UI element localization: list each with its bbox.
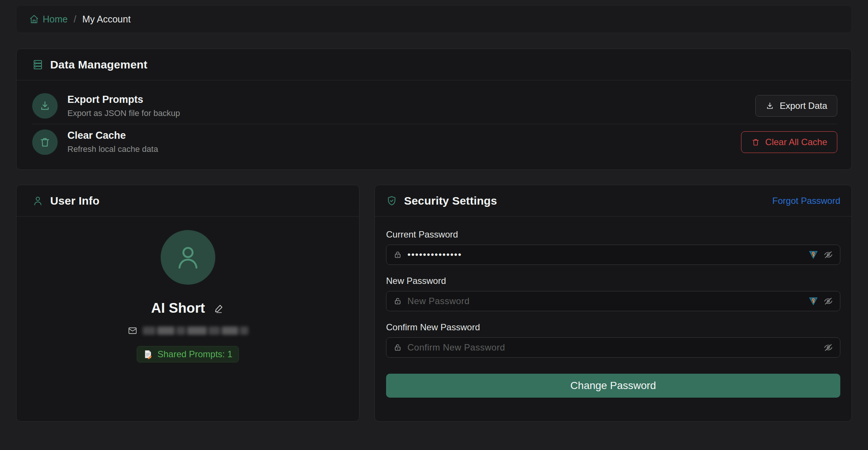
breadcrumb-current: My Account <box>82 14 131 25</box>
data-management-title: Data Management <box>50 58 148 71</box>
user-info-title: User Info <box>50 195 100 207</box>
security-header: Security Settings Forgot Password <box>375 185 852 217</box>
home-icon <box>29 14 39 24</box>
new-password-input-wrap <box>386 291 840 311</box>
export-prompts-title: Export Prompts <box>67 94 180 105</box>
database-icon <box>32 59 43 70</box>
confirm-password-input-wrap <box>386 337 840 358</box>
export-prompts-texts: Export Prompts Export as JSON file for b… <box>67 94 180 118</box>
eye-invisible-icon[interactable] <box>823 343 833 352</box>
breadcrumb-separator: / <box>74 14 76 25</box>
password-manager-key-icon[interactable] <box>808 296 818 306</box>
confirm-password-label: Confirm New Password <box>386 322 840 333</box>
current-password-label: Current Password <box>386 229 840 240</box>
eye-invisible-icon[interactable] <box>823 250 833 260</box>
bottom-grid: User Info AI Short <box>16 185 852 422</box>
mail-icon <box>128 326 137 336</box>
eye-invisible-icon[interactable] <box>823 296 833 306</box>
data-management-card: Data Management Export Prompts Export as… <box>16 49 852 170</box>
password-manager-key-icon[interactable] <box>808 250 818 260</box>
trash-icon <box>751 138 760 147</box>
clear-all-cache-label: Clear All Cache <box>765 137 827 147</box>
security-title: Security Settings <box>404 195 497 207</box>
download-icon <box>765 101 774 110</box>
clear-cache-title: Clear Cache <box>67 130 158 141</box>
trash-circle-icon <box>32 129 58 155</box>
unlock-icon <box>393 343 402 352</box>
breadcrumb-home-link[interactable]: Home <box>29 14 68 25</box>
new-password-input[interactable] <box>407 296 803 306</box>
export-data-label: Export Data <box>780 101 827 111</box>
shared-prompts-label: Shared Prompts: 1 <box>157 349 232 359</box>
new-password-field: New Password <box>386 276 840 311</box>
user-name-row: AI Short <box>151 300 225 316</box>
new-password-label: New Password <box>386 276 840 286</box>
clear-cache-row: Clear Cache Refresh local cache data Cle… <box>32 124 837 160</box>
download-circle-icon <box>32 93 58 119</box>
memo-icon <box>143 349 153 359</box>
export-action-slot: Export Data <box>755 95 837 117</box>
user-email-redacted <box>143 327 248 335</box>
shared-prompts-badge: Shared Prompts: 1 <box>137 346 239 362</box>
change-password-button[interactable]: Change Password <box>386 374 840 398</box>
user-info-body: AI Short <box>16 217 359 362</box>
confirm-password-input[interactable] <box>407 342 818 353</box>
user-icon <box>32 195 43 206</box>
export-prompts-subtitle: Export as JSON file for backup <box>67 108 180 118</box>
breadcrumb: Home / My Account <box>16 5 852 33</box>
user-email-row <box>128 326 248 336</box>
confirm-password-field: Confirm New Password <box>386 322 840 358</box>
user-info-card: User Info AI Short <box>16 185 359 422</box>
user-info-header: User Info <box>16 185 359 217</box>
shield-check-icon <box>386 195 397 206</box>
clear-cache-action-slot: Clear All Cache <box>741 131 837 153</box>
current-password-input-wrap <box>386 245 840 265</box>
current-password-input[interactable] <box>407 250 803 260</box>
export-prompts-row: Export Prompts Export as JSON file for b… <box>32 88 837 124</box>
edit-pencil-icon[interactable] <box>214 303 224 313</box>
export-data-button[interactable]: Export Data <box>755 95 837 117</box>
data-management-header: Data Management <box>16 49 852 80</box>
security-settings-card: Security Settings Forgot Password Curren… <box>374 185 852 422</box>
clear-cache-texts: Clear Cache Refresh local cache data <box>67 130 158 154</box>
unlock-icon <box>393 297 402 306</box>
security-header-left: Security Settings <box>386 195 497 207</box>
data-management-body: Export Prompts Export as JSON file for b… <box>16 80 852 169</box>
current-password-field: Current Password <box>386 229 840 265</box>
forgot-password-link[interactable]: Forgot Password <box>773 196 840 206</box>
lock-icon <box>393 250 402 259</box>
security-body: Current Password <box>375 217 852 398</box>
avatar[interactable] <box>161 230 215 285</box>
breadcrumb-home-label: Home <box>43 14 68 25</box>
clear-cache-subtitle: Refresh local cache data <box>67 144 158 154</box>
clear-all-cache-button[interactable]: Clear All Cache <box>741 131 837 153</box>
user-name: AI Short <box>151 300 205 316</box>
